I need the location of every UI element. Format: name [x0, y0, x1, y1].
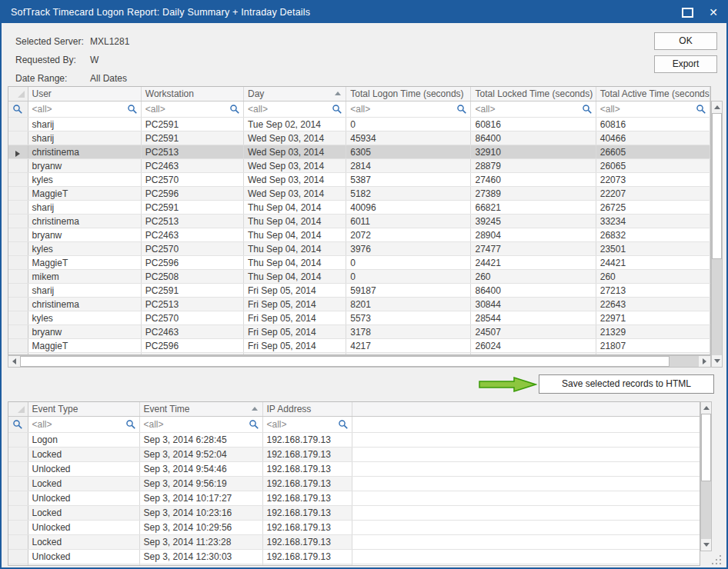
- table-row[interactable]: kylesPC2570Wed Sep 03, 20145387274602207…: [8, 173, 710, 187]
- table-row[interactable]: MaggieTPC2596Fri Sep 05, 201442172602421…: [8, 339, 710, 353]
- filter-cell[interactable]: <all>: [346, 101, 471, 118]
- cell[interactable]: PC2570: [141, 173, 243, 187]
- cell[interactable]: MaggieT: [28, 339, 141, 353]
- cell[interactable]: PC2570: [141, 311, 243, 325]
- cell[interactable]: 86400: [471, 284, 596, 298]
- cell[interactable]: PC2591: [141, 201, 243, 215]
- cell[interactable]: 2814: [346, 159, 471, 173]
- row-indicator[interactable]: [8, 159, 28, 173]
- cell[interactable]: Locked: [28, 564, 139, 567]
- row-indicator[interactable]: [8, 228, 28, 242]
- row-indicator[interactable]: [8, 270, 28, 284]
- table-row[interactable]: UnlockedSep 3, 2014 10:17:27192.168.179.…: [8, 491, 700, 506]
- column-header[interactable]: Total Locked Time (seconds): [471, 87, 596, 101]
- cell[interactable]: 24421: [596, 256, 710, 270]
- cell[interactable]: 28904: [471, 228, 596, 242]
- cell[interactable]: 26024: [471, 339, 596, 353]
- row-indicator[interactable]: [8, 187, 28, 201]
- scroll-thumb[interactable]: [701, 414, 711, 481]
- table-row[interactable]: kylesPC2570Thu Sep 04, 20143976274772350…: [8, 242, 710, 256]
- filter-cell[interactable]: <all>: [262, 417, 352, 433]
- row-indicator[interactable]: [8, 145, 28, 159]
- row-indicator[interactable]: [8, 506, 28, 521]
- cell[interactable]: 33234: [596, 215, 710, 228]
- cell[interactable]: christinema: [28, 215, 141, 228]
- cell[interactable]: PC2508: [141, 270, 243, 284]
- cell[interactable]: 26065: [596, 159, 710, 173]
- column-header[interactable]: Event Time: [139, 402, 262, 417]
- cell[interactable]: 2072: [346, 228, 471, 242]
- search-icon[interactable]: [125, 419, 136, 430]
- row-indicator[interactable]: [8, 284, 28, 298]
- cell[interactable]: kyles: [28, 173, 141, 187]
- filter-cell[interactable]: <all>: [596, 101, 710, 118]
- cell[interactable]: 24421: [471, 256, 596, 270]
- cell[interactable]: 260: [471, 270, 596, 284]
- cell[interactable]: PC2591: [141, 284, 243, 298]
- cell[interactable]: Sep 3, 2014 6:28:45: [139, 433, 262, 448]
- scroll-track[interactable]: [670, 356, 699, 367]
- cell[interactable]: PC2596: [141, 187, 243, 201]
- cell[interactable]: PC2570: [141, 242, 243, 256]
- cell[interactable]: Sep 3, 2014 10:23:16: [139, 506, 262, 521]
- table-row[interactable]: LockedSep 3, 2014 9:56:19192.168.179.13: [8, 477, 700, 491]
- cell[interactable]: PC2513: [141, 145, 243, 159]
- cell[interactable]: 66821: [471, 201, 596, 215]
- cell[interactable]: 192.168.179.13: [262, 433, 352, 448]
- summary-horizontal-scrollbar[interactable]: [8, 355, 711, 368]
- row-indicator[interactable]: [8, 201, 28, 215]
- scroll-thumb[interactable]: [20, 356, 670, 367]
- cell[interactable]: 60816: [471, 118, 596, 131]
- table-row[interactable]: bryanwPC2463Thu Sep 04, 2014207228904268…: [8, 228, 710, 242]
- summary-vertical-scrollbar[interactable]: [711, 101, 723, 368]
- cell[interactable]: 192.168.179.13: [262, 491, 352, 506]
- close-button[interactable]: ✕: [700, 2, 726, 23]
- cell[interactable]: kyles: [28, 311, 141, 325]
- cell[interactable]: 39245: [471, 215, 596, 228]
- filter-cell[interactable]: <all>: [139, 417, 262, 433]
- search-icon[interactable]: [249, 419, 259, 430]
- cell[interactable]: 0: [346, 270, 471, 284]
- cell[interactable]: kyles: [28, 242, 141, 256]
- cell[interactable]: Thu Sep 04, 2014: [243, 201, 346, 215]
- select-all-corner[interactable]: [8, 402, 28, 417]
- cell[interactable]: 23501: [596, 242, 710, 256]
- detail-vertical-scrollbar[interactable]: [700, 401, 712, 551]
- scroll-thumb[interactable]: [712, 113, 722, 259]
- column-header[interactable]: Day: [243, 87, 346, 101]
- cell[interactable]: 6305: [346, 145, 471, 159]
- cell[interactable]: Locked: [28, 535, 139, 550]
- resize-grip[interactable]: [712, 554, 722, 564]
- filter-cell[interactable]: <all>: [28, 417, 139, 433]
- cell[interactable]: Wed Sep 03, 2014: [243, 173, 346, 187]
- cell[interactable]: Sep 3, 2014 10:17:27: [139, 491, 262, 506]
- cell[interactable]: 192.168.179.13: [262, 477, 352, 491]
- row-indicator[interactable]: [8, 298, 28, 311]
- cell[interactable]: Sep 3, 2014 11:23:28: [139, 535, 262, 550]
- table-row[interactable]: UnlockedSep 3, 2014 9:54:46192.168.179.1…: [8, 462, 700, 477]
- cell[interactable]: Unlocked: [28, 550, 139, 564]
- cell[interactable]: 5182: [346, 187, 471, 201]
- cell[interactable]: Wed Sep 03, 2014: [243, 159, 346, 173]
- row-indicator[interactable]: [8, 131, 28, 145]
- search-icon[interactable]: [332, 104, 342, 115]
- cell[interactable]: 192.168.179.13: [262, 462, 352, 477]
- cell[interactable]: bryanw: [28, 228, 141, 242]
- cell[interactable]: 192.168.179.13: [262, 448, 352, 462]
- column-header[interactable]: Total Logon Time (seconds): [346, 87, 471, 101]
- search-icon[interactable]: [456, 104, 467, 115]
- row-indicator[interactable]: [8, 491, 28, 506]
- table-row[interactable]: LockedSep 3, 2014 11:23:28192.168.179.13: [8, 535, 700, 550]
- cell[interactable]: Sep 3, 2014 13:12:38: [139, 564, 262, 567]
- cell[interactable]: bryanw: [28, 325, 141, 339]
- cell[interactable]: Wed Sep 03, 2014: [243, 187, 346, 201]
- cell[interactable]: 86400: [471, 131, 596, 145]
- search-icon[interactable]: [338, 419, 349, 430]
- cell[interactable]: Thu Sep 04, 2014: [243, 242, 346, 256]
- cell[interactable]: Thu Sep 04, 2014: [243, 228, 346, 242]
- row-indicator[interactable]: [8, 118, 28, 131]
- cell[interactable]: Fri Sep 05, 2014: [243, 298, 346, 311]
- cell[interactable]: Sep 3, 2014 9:56:19: [139, 477, 262, 491]
- cell[interactable]: MaggieT: [28, 187, 141, 201]
- cell[interactable]: 192.168.179.13: [262, 564, 352, 567]
